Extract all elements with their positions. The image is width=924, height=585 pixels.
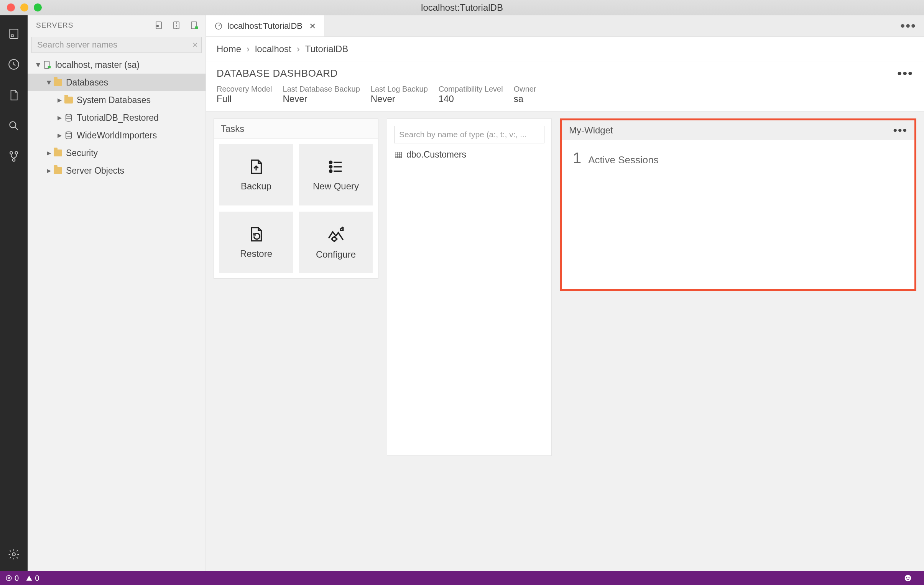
widget-label: Active Sessions <box>588 154 659 166</box>
feedback-icon[interactable] <box>904 574 912 582</box>
configure-label: Configure <box>316 249 356 260</box>
dashboard-more-icon[interactable]: ••• <box>897 66 913 81</box>
titlebar: localhost:TutorialDB <box>0 0 924 15</box>
chevron-right-icon: › <box>246 44 249 54</box>
close-window[interactable] <box>7 3 15 12</box>
svg-rect-9 <box>157 25 158 27</box>
folder-icon <box>64 95 74 105</box>
svg-point-3 <box>10 122 16 128</box>
chevron-right-icon: › <box>297 44 300 54</box>
object-search-panel: dbo.Customers <box>387 119 552 456</box>
wideworldimporters-node[interactable]: ▸ WideWorldImporters <box>28 127 206 144</box>
search-activity-icon[interactable] <box>5 114 22 137</box>
security-node[interactable]: ▸ Security <box>28 144 206 162</box>
security-label: Security <box>66 148 98 158</box>
svg-rect-12 <box>195 26 198 29</box>
server-icon <box>42 60 52 70</box>
server-label: localhost, master (sa) <box>55 60 140 70</box>
object-search-input[interactable] <box>394 126 544 143</box>
breadcrumb-host[interactable]: localhost <box>255 44 291 54</box>
svg-point-24 <box>905 575 911 582</box>
tab-tutorialdb[interactable]: localhost:TutorialDB × <box>206 15 324 36</box>
servers-tree: ▾ localhost, master (sa) ▾ Databases ▸ S… <box>28 55 206 571</box>
svg-rect-14 <box>48 66 51 69</box>
metric-label: Compatibility Level <box>439 85 503 94</box>
backup-label: Backup <box>241 181 271 192</box>
svg-point-6 <box>13 159 15 161</box>
metric-value: sa <box>514 94 536 104</box>
restore-label: Restore <box>240 249 272 259</box>
configure-button[interactable]: Configure <box>299 212 373 273</box>
metric-value: Never <box>283 94 360 104</box>
breadcrumb-db[interactable]: TutorialDB <box>305 44 348 54</box>
status-warnings[interactable]: 0 <box>26 574 39 583</box>
active-connections-icon[interactable] <box>190 21 200 30</box>
new-query-button[interactable]: New Query <box>299 144 373 206</box>
system-databases-label: System Databases <box>77 95 151 105</box>
breadcrumb: Home › localhost › TutorialDB <box>206 37 924 61</box>
svg-point-15 <box>66 114 72 117</box>
svg-point-7 <box>12 553 15 556</box>
tasks-title: Tasks <box>214 119 378 139</box>
source-control-activity-icon[interactable] <box>5 145 22 168</box>
metric-label: Recovery Model <box>217 85 272 94</box>
svg-point-20 <box>330 170 332 172</box>
new-group-icon[interactable] <box>173 21 182 30</box>
widget-more-icon[interactable]: ••• <box>893 124 908 137</box>
database-icon <box>64 130 74 140</box>
search-result-item[interactable]: dbo.Customers <box>394 150 544 160</box>
folder-icon <box>53 166 63 176</box>
svg-point-5 <box>15 152 18 154</box>
backup-button[interactable]: Backup <box>219 144 293 206</box>
folder-icon <box>53 148 63 158</box>
history-activity-icon[interactable] <box>5 53 22 76</box>
server-objects-node[interactable]: ▸ Server Objects <box>28 162 206 180</box>
search-result-label: dbo.Customers <box>406 150 466 160</box>
clear-search-icon[interactable]: × <box>193 40 198 50</box>
close-tab-icon[interactable]: × <box>309 21 315 31</box>
table-icon <box>394 151 403 159</box>
server-search-input[interactable] <box>31 37 202 53</box>
metric-value: 140 <box>439 94 503 104</box>
tab-bar: localhost:TutorialDB × ••• <box>206 15 924 37</box>
breadcrumb-home[interactable]: Home <box>217 44 241 54</box>
status-errors[interactable]: 0 <box>5 574 19 583</box>
metric-value: Full <box>217 94 272 104</box>
svg-point-25 <box>906 577 907 578</box>
zoom-window[interactable] <box>34 3 42 12</box>
dashboard-tab-icon <box>214 22 223 30</box>
dashboard-metrics: Recovery ModelFull Last Database BackupN… <box>206 81 924 112</box>
svg-point-26 <box>909 577 909 578</box>
svg-point-19 <box>330 166 332 168</box>
new-query-label: New Query <box>313 181 359 192</box>
databases-node[interactable]: ▾ Databases <box>28 74 206 91</box>
metric-label: Last Database Backup <box>283 85 360 94</box>
svg-point-18 <box>330 161 332 163</box>
file-activity-icon[interactable] <box>5 84 22 107</box>
wideworldimporters-label: WideWorldImporters <box>77 130 157 141</box>
traffic-lights <box>7 3 42 12</box>
svg-rect-22 <box>395 152 402 158</box>
my-widget-panel: My-Widget ••• 1 Active Sessions <box>560 119 916 291</box>
sidepanel-title: SERVERS <box>36 21 73 30</box>
svg-point-16 <box>66 132 72 134</box>
settings-activity-icon[interactable] <box>5 543 22 566</box>
server-objects-label: Server Objects <box>66 166 124 176</box>
widget-title: My-Widget <box>569 125 613 136</box>
databases-label: Databases <box>66 77 108 88</box>
tabbar-more-icon[interactable]: ••• <box>893 15 924 36</box>
tutorialdb-restored-node[interactable]: ▸ TutorialDB_Restored <box>28 109 206 127</box>
window-title: localhost:TutorialDB <box>421 2 503 13</box>
system-databases-node[interactable]: ▸ System Databases <box>28 91 206 109</box>
metric-label: Last Log Backup <box>371 85 428 94</box>
dashboard-heading: DATABASE DASHBOARD <box>217 68 338 79</box>
status-bar: 0 0 <box>0 571 924 585</box>
minimize-window[interactable] <box>20 3 28 12</box>
new-connection-icon[interactable] <box>155 21 164 30</box>
tasks-panel: Tasks Backup New Query Restore <box>214 119 378 279</box>
restore-button[interactable]: Restore <box>219 212 293 273</box>
servers-activity-icon[interactable] <box>5 22 22 45</box>
svg-point-21 <box>332 237 336 241</box>
server-node[interactable]: ▾ localhost, master (sa) <box>28 56 206 74</box>
activity-bar <box>0 15 28 571</box>
